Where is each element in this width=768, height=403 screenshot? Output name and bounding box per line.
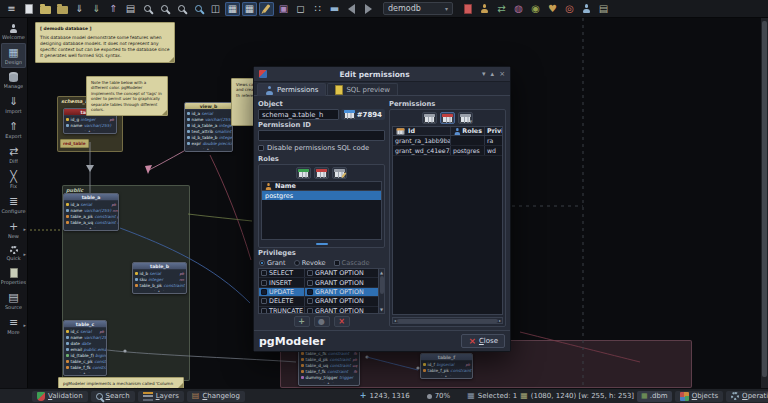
table-header[interactable]: table_b	[133, 263, 186, 270]
new-textbox-icon[interactable]: ▬	[327, 2, 342, 16]
permissions-table-header[interactable]: Id Roles Privileges	[393, 127, 502, 136]
scrollbar-thumb[interactable]	[762, 21, 767, 377]
privilege-checkbox[interactable]	[261, 298, 267, 304]
back-icon[interactable]	[344, 2, 359, 16]
permission-row[interactable]: grant_wd_c41ee7282c postgres wd	[393, 146, 502, 156]
maximize-button[interactable]: ▴	[491, 70, 495, 78]
edit-mode-icon[interactable]	[259, 2, 274, 16]
tab-permissions[interactable]: Permissions	[257, 83, 326, 96]
privilege-checkbox[interactable]	[261, 289, 267, 295]
grant-option-checkbox[interactable]	[307, 280, 313, 286]
remove-permission-button[interactable]	[440, 112, 455, 124]
remove-role-button[interactable]	[314, 167, 329, 179]
sidebar-item-manage[interactable]: Manage ▸	[1, 68, 26, 92]
diff-icon[interactable]: ⇄	[494, 2, 509, 16]
permission-row[interactable]: grant_ra_1abb9ba6e9 ra	[393, 136, 502, 146]
sql-tool-icon[interactable]	[460, 2, 475, 16]
arrange-objects-icon[interactable]: ∷	[310, 2, 325, 16]
new-model-icon[interactable]	[21, 2, 36, 16]
object-field[interactable]: schema_a.table_h	[258, 109, 339, 120]
privilege-checkbox[interactable]	[261, 308, 267, 314]
zoom-in-icon[interactable]	[174, 2, 189, 16]
about-icon[interactable]	[579, 2, 594, 16]
minimize-button[interactable]: ▾	[482, 70, 486, 78]
canvas-table-table-c[interactable]: table_c id_cserialpk namevarchar(255) da…	[63, 320, 107, 376]
changelog-list-icon[interactable]: ▤	[596, 2, 611, 16]
changelog-button[interactable]: ▤ Changelog	[187, 391, 245, 402]
permission-id-field[interactable]	[258, 130, 385, 141]
save-all-icon[interactable]: ⇓	[89, 2, 104, 16]
sidebar-item-fix[interactable]: ╳ Fix ▸	[1, 167, 26, 192]
privilege-checkbox[interactable]	[261, 270, 267, 276]
sidebar-item-import[interactable]: ⇓ Import ▸	[1, 92, 26, 117]
sidebar-item-more[interactable]: ≡ More ▸	[1, 313, 26, 338]
canvas-table-table-a[interactable]: table_a id_aserialpk namevarchar(255)nn …	[63, 193, 119, 231]
support-icon[interactable]: ◎	[562, 2, 577, 16]
normal-zoom-icon[interactable]	[157, 2, 172, 16]
privilege-mode-option[interactable]: Cascade	[334, 259, 370, 267]
privilege-row[interactable]: SELECT GRANT OPTION	[259, 269, 384, 278]
layers-button[interactable]: Layers	[138, 391, 184, 402]
search-button[interactable]: Search	[91, 391, 135, 402]
overview-icon[interactable]	[191, 2, 206, 16]
disable-sql-checkbox[interactable]	[258, 145, 264, 151]
open-model-icon[interactable]	[38, 2, 53, 16]
delete-permission-button[interactable]: ×	[334, 316, 350, 327]
sidebar-item-new[interactable]: + New ▸	[1, 217, 26, 242]
privilege-row[interactable]: UPDATE GRANT OPTION	[259, 288, 384, 297]
tag-red-table[interactable]: red_table	[60, 139, 89, 148]
grant-option-checkbox[interactable]	[307, 298, 313, 304]
privilege-row[interactable]: TRUNCATE GRANT OPTION	[259, 307, 384, 314]
update-permission-button[interactable]: ●	[314, 316, 330, 327]
canvas-table-table-b[interactable]: table_b id_bserialpk skuintegernn table_…	[132, 262, 187, 294]
recent-models-icon[interactable]	[55, 2, 70, 16]
sidebar-item-export[interactable]: ⇑ Export ▸	[1, 117, 26, 142]
table-header[interactable]: view_b	[185, 103, 232, 110]
add-role-button[interactable]	[296, 167, 311, 179]
sidebar-item-source[interactable]: ▤ Source ▸	[1, 288, 26, 313]
note-demodb[interactable]: [ demodb database ] This database model …	[35, 22, 175, 63]
grant-option-checkbox[interactable]	[307, 308, 313, 314]
close-button[interactable]: × Close	[461, 334, 505, 348]
snap-to-grid-icon[interactable]: ▦	[242, 2, 257, 16]
sidebar-item-configure[interactable]: ≣ Configure ▸	[1, 192, 26, 217]
forward-icon[interactable]	[361, 2, 376, 16]
permissions-horizontal-scrollbar[interactable]: ◂▸	[392, 317, 503, 324]
objects-button[interactable]: Objects	[675, 391, 723, 402]
tab-sql-preview[interactable]: SQL preview	[327, 83, 398, 95]
dialog-titlebar[interactable]: Edit permissions ▾ ▴ ×	[254, 67, 510, 82]
zoom-out-icon[interactable]	[140, 2, 155, 16]
note-tags[interactable]: Note the table below with a different co…	[86, 76, 168, 116]
table-header[interactable]: table_c	[64, 321, 106, 328]
privileges-scrollbar[interactable]: ▲▼	[378, 269, 384, 313]
canvas-vertical-scrollbar[interactable]	[761, 18, 768, 388]
note-propagation[interactable]: pgModeler implements a mechanism called …	[58, 377, 184, 388]
role-list-item[interactable]: postgres	[262, 191, 381, 200]
show-grid-icon[interactable]: ▦	[225, 2, 240, 16]
edit-role-button[interactable]	[332, 167, 347, 179]
plugins-icon[interactable]: ◍	[511, 2, 526, 16]
add-permission-button[interactable]: +	[294, 316, 310, 327]
sidebar-item-properties[interactable]: Properties ▸	[1, 264, 26, 288]
save-model-icon[interactable]: ⇓	[72, 2, 87, 16]
list-resize-handle[interactable]	[261, 242, 382, 245]
privilege-checkbox[interactable]	[261, 280, 267, 286]
grant-option-checkbox[interactable]	[307, 289, 313, 295]
operations-button[interactable]: Operations	[726, 391, 768, 402]
model-selector[interactable]: demodb▾	[383, 2, 453, 15]
duplicate-icon[interactable]: ▣	[276, 2, 291, 16]
privilege-mode-option[interactable]: Grant	[259, 259, 286, 267]
sidebar-item-welcome[interactable]: Welcome ▸	[1, 20, 26, 43]
export-icon[interactable]: ⇑	[106, 2, 121, 16]
duplicate-permission-button[interactable]	[422, 112, 437, 124]
sidebar-item-design[interactable]: ▦ Design ▸	[1, 43, 26, 68]
sidebar-item-quick[interactable]: Quick ▸	[1, 242, 26, 264]
sidebar-item-diff[interactable]: ⇄ Diff ▸	[1, 142, 26, 167]
split-view-icon[interactable]: ◫	[208, 2, 223, 16]
privilege-row[interactable]: DELETE GRANT OPTION	[259, 297, 384, 306]
table-header[interactable]: table_a	[64, 194, 118, 201]
menu-icon[interactable]: ≡	[4, 2, 19, 16]
donate-icon[interactable]: ♥	[545, 2, 560, 16]
select-all-icon[interactable]: ◻	[293, 2, 308, 16]
manage-roles-icon[interactable]	[477, 2, 492, 16]
